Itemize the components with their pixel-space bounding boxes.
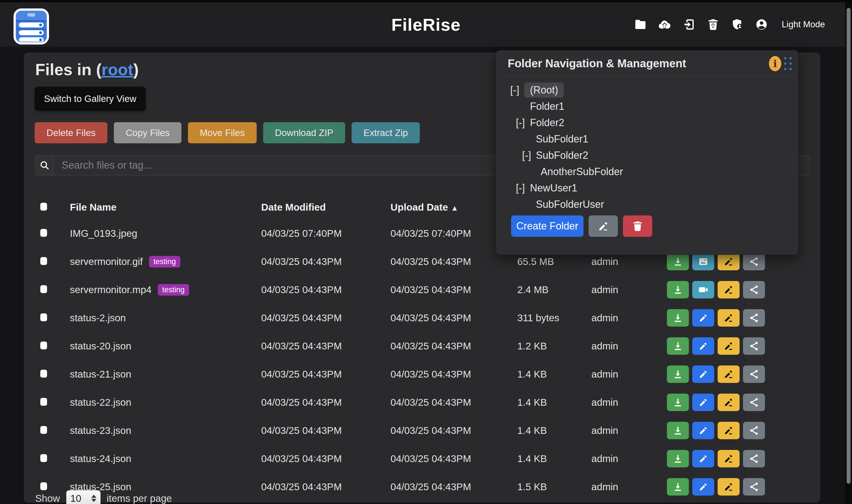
download-button[interactable] [667, 253, 689, 270]
folder-label[interactable]: (Root) [524, 83, 564, 98]
edit-file-button[interactable] [692, 394, 714, 411]
scrollbar-thumb[interactable] [847, 8, 851, 484]
image-preview-button[interactable] [692, 253, 714, 270]
folder-tree-item-folder1[interactable]: Folder1 [496, 98, 798, 114]
rename-button[interactable] [718, 253, 740, 270]
upload-date: 04/03/25 04:43PM [390, 425, 517, 436]
column-header-date-modified[interactable]: Date Modified [261, 202, 390, 213]
video-preview-button[interactable] [692, 281, 714, 299]
download-button[interactable] [667, 365, 689, 383]
restore-trash-icon[interactable] [706, 18, 720, 31]
row-checkbox[interactable] [40, 398, 47, 406]
rename-button[interactable] [718, 394, 740, 411]
login-icon[interactable] [682, 18, 696, 31]
folder-tree-item-subfolder2[interactable]: [-]SubFolder2 [496, 147, 798, 164]
collapse-toggle-icon[interactable]: [-] [522, 149, 536, 161]
download-button[interactable] [667, 478, 689, 496]
file-name[interactable]: status-2.json [70, 312, 126, 324]
column-header-file-name[interactable]: File Name [70, 202, 261, 213]
row-checkbox[interactable] [40, 454, 47, 462]
download-zip-button[interactable]: Download ZIP [263, 122, 345, 143]
rename-button[interactable] [718, 281, 740, 299]
row-checkbox[interactable] [40, 342, 47, 349]
account-circle-icon[interactable] [755, 18, 768, 31]
folder-label[interactable]: AnotherSubFolder [541, 166, 623, 178]
folder-tree-item-newuser1[interactable]: [-]NewUser1 [496, 180, 798, 196]
delete-folder-button[interactable] [623, 215, 652, 237]
share-button[interactable] [743, 253, 765, 270]
folder-tree-item-root[interactable]: [-](Root) [496, 82, 798, 98]
share-button[interactable] [743, 422, 765, 439]
create-folder-button[interactable]: Create Folder [511, 215, 584, 237]
move-files-button[interactable]: Move Files [188, 122, 257, 143]
file-name[interactable]: servermonitor.mp4 [70, 284, 152, 295]
select-all-checkbox[interactable] [40, 203, 47, 211]
folder-label[interactable]: NewUser1 [530, 182, 577, 194]
edit-file-button[interactable] [692, 365, 714, 383]
row-checkbox[interactable] [40, 257, 47, 265]
share-button[interactable] [743, 365, 765, 383]
rename-button[interactable] [718, 309, 740, 327]
folder-label[interactable]: SubFolderUser [536, 198, 604, 210]
delete-files-button[interactable]: Delete Files [35, 122, 107, 143]
rename-folder-button[interactable] [589, 215, 618, 237]
drag-handle-icon[interactable] [784, 57, 792, 70]
row-checkbox[interactable] [40, 285, 47, 293]
share-button[interactable] [743, 281, 765, 299]
light-mode-toggle[interactable]: Light Mode [782, 19, 825, 30]
edit-file-button[interactable] [692, 450, 714, 467]
collapse-toggle-icon[interactable]: [-] [516, 117, 530, 129]
file-name[interactable]: status-20.json [70, 340, 131, 352]
folder-tree-item-subfolderuser[interactable]: SubFolderUser [496, 196, 798, 213]
switch-gallery-view-button[interactable]: Switch to Gallery View [35, 87, 146, 111]
row-checkbox[interactable] [40, 313, 47, 321]
file-name[interactable]: IMG_0193.jpeg [70, 228, 137, 239]
collapse-toggle-icon[interactable]: [-] [516, 182, 530, 194]
download-button[interactable] [667, 281, 689, 299]
download-button[interactable] [667, 450, 689, 467]
row-checkbox[interactable] [40, 370, 47, 378]
file-name[interactable]: servermonitor.gif [70, 256, 143, 267]
download-button[interactable] [667, 394, 689, 411]
folder-label[interactable]: SubFolder1 [536, 133, 588, 145]
share-button[interactable] [743, 478, 765, 496]
share-button[interactable] [743, 337, 765, 355]
cloud-upload-icon[interactable] [658, 18, 672, 31]
download-button[interactable] [667, 337, 689, 355]
edit-file-button[interactable] [692, 478, 714, 496]
rename-button[interactable] [718, 450, 740, 467]
collapse-toggle-icon[interactable]: [-] [510, 84, 524, 96]
folder-tree-item-subfolder1[interactable]: SubFolder1 [496, 131, 798, 147]
edit-file-button[interactable] [692, 422, 714, 439]
info-icon[interactable]: i [769, 56, 781, 71]
rename-button[interactable] [718, 365, 740, 383]
file-name[interactable]: status-22.json [70, 397, 131, 408]
file-name[interactable]: status-23.json [70, 425, 131, 436]
row-checkbox[interactable] [40, 482, 47, 490]
folder-label[interactable]: Folder1 [530, 101, 564, 112]
edit-file-button[interactable] [692, 309, 714, 327]
row-checkbox[interactable] [40, 229, 47, 237]
rename-button[interactable] [718, 337, 740, 355]
share-button[interactable] [743, 450, 765, 467]
admin-shield-icon[interactable] [731, 18, 744, 31]
download-button[interactable] [667, 422, 689, 439]
folder-label[interactable]: Folder2 [530, 117, 564, 129]
folder-tree-item-folder2[interactable]: [-]Folder2 [496, 114, 798, 131]
root-folder-link[interactable]: root [101, 60, 133, 78]
folder-tree-item-anothersubfolder[interactable]: AnotherSubFolder [496, 164, 798, 180]
download-button[interactable] [667, 309, 689, 327]
edit-file-button[interactable] [692, 337, 714, 355]
file-name[interactable]: status-21.json [70, 368, 131, 380]
share-button[interactable] [743, 394, 765, 411]
rename-button[interactable] [718, 422, 740, 439]
extract-zip-button[interactable]: Extract Zip [352, 122, 420, 143]
items-per-page-select[interactable]: 10 [66, 490, 101, 504]
file-name[interactable]: status-24.json [70, 453, 131, 464]
folder-label[interactable]: SubFolder2 [536, 149, 588, 161]
row-checkbox[interactable] [40, 426, 47, 434]
share-button[interactable] [743, 309, 765, 327]
copy-files-button[interactable]: Copy Files [114, 122, 181, 143]
rename-button[interactable] [718, 478, 740, 496]
folder-icon[interactable] [633, 18, 647, 31]
